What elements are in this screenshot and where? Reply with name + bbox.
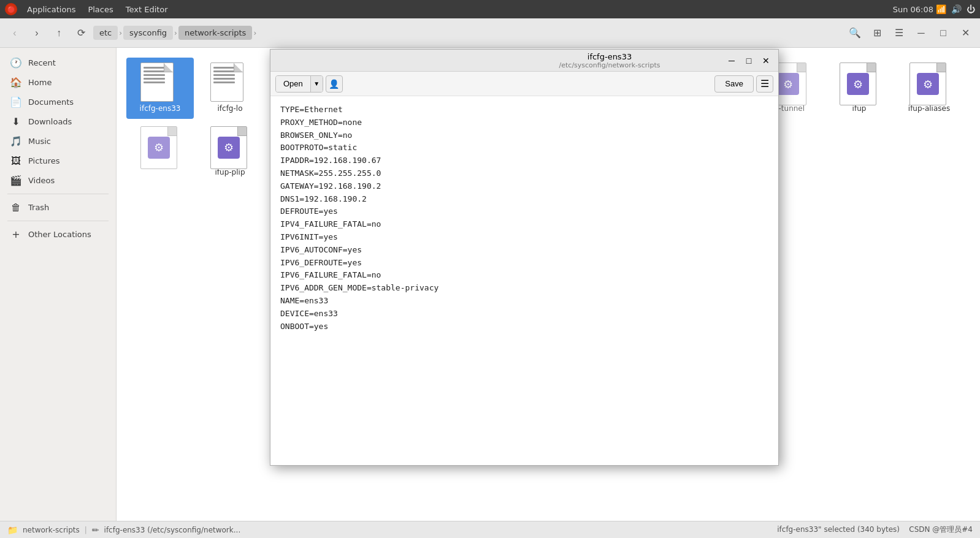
file-item-ifup[interactable]: ⚙ ifup bbox=[825, 58, 893, 119]
close-button[interactable]: ✕ bbox=[955, 23, 975, 43]
editor-wm-buttons: ─ □ ✕ bbox=[724, 53, 773, 68]
sound-icon[interactable]: 🔊 bbox=[951, 4, 962, 14]
breadcrumb-network-scripts[interactable]: network-scripts bbox=[178, 26, 252, 40]
breadcrumb-sysconfig[interactable]: sysconfig bbox=[123, 26, 173, 40]
sidebar-item-other-locations[interactable]: + Other Locations bbox=[2, 225, 113, 244]
text-editor-menu[interactable]: Text Editor bbox=[121, 4, 173, 15]
editor-title: ifcfg-ens33 /etc/sysconfig/network-scrip… bbox=[500, 52, 719, 69]
editor-content[interactable]: TYPE=Ethernet PROXY_METHOD=none BROWSER_… bbox=[270, 96, 778, 465]
editor-titlebar: ifcfg-ens33 /etc/sysconfig/network-scrip… bbox=[270, 50, 778, 72]
breadcrumb-arrow-2: › bbox=[174, 29, 177, 37]
recent-icon: 🕐 bbox=[10, 57, 22, 69]
text-editor-modal: ifcfg-ens33 /etc/sysconfig/network-scrip… bbox=[270, 49, 779, 466]
file-item-ifup-plip[interactable]: ⚙ ifup-plip bbox=[196, 121, 264, 183]
editor-save-button[interactable]: Save bbox=[714, 75, 754, 93]
sidebar-item-trash[interactable]: 🗑 Trash bbox=[2, 198, 113, 217]
sys-icons: 📶 🔊 ⏻ bbox=[936, 4, 975, 14]
editor-close-button[interactable]: ✕ bbox=[759, 53, 773, 68]
view-toggle-button[interactable]: ⊞ bbox=[867, 23, 887, 43]
applications-menu[interactable]: Applications bbox=[22, 4, 80, 15]
up-button[interactable]: ↑ bbox=[49, 23, 69, 43]
places-menu[interactable]: Places bbox=[83, 4, 118, 15]
fm-toolbar: ‹ › ↑ ⟳ etc › sysconfig › network-script… bbox=[0, 18, 980, 48]
downloads-icon: ⬇ bbox=[10, 116, 22, 127]
maximize-button[interactable]: □ bbox=[933, 23, 953, 43]
sidebar-label-music: Music bbox=[28, 137, 51, 146]
statusbar-editor-icon: ✏ bbox=[92, 525, 99, 535]
statusbar-folder-label: network-scripts bbox=[23, 526, 80, 534]
editor-open-dropdown[interactable]: ▼ bbox=[310, 76, 323, 92]
sidebar-label-videos: Videos bbox=[28, 176, 55, 185]
file-icon-ifcfg-ens33 bbox=[140, 63, 180, 102]
file-icon-ifup: ⚙ bbox=[840, 63, 879, 102]
sidebar-label-trash: Trash bbox=[28, 203, 49, 212]
editor-filepath: /etc/sysconfig/network-scripts bbox=[500, 61, 719, 69]
sidebar-label-pictures: Pictures bbox=[28, 156, 59, 165]
editor-toolbar: Open ▼ 👤 Save ☰ bbox=[270, 72, 778, 96]
fm-statusbar: 📁 network-scripts | ✏ ifcfg-ens33 (/etc/… bbox=[0, 521, 980, 538]
sidebar-label-documents: Documents bbox=[28, 97, 74, 107]
editor-minimize-button[interactable]: ─ bbox=[724, 53, 739, 68]
top-menubar: 🔴 Applications Places Text Editor Sun 06… bbox=[0, 0, 980, 18]
app-icon: 🔴 bbox=[5, 3, 17, 15]
music-icon: 🎵 bbox=[10, 135, 22, 147]
statusbar-right: ifcfg-ens33" selected (340 bytes) CSDN @… bbox=[777, 525, 973, 535]
search-button[interactable]: 🔍 bbox=[845, 23, 865, 43]
sidebar-label-downloads: Downloads bbox=[28, 117, 72, 126]
sidebar-item-documents[interactable]: 📄 Documents bbox=[2, 93, 113, 112]
breadcrumb: etc › sysconfig › network-scripts › bbox=[93, 26, 843, 40]
pictures-icon: 🖼 bbox=[10, 155, 22, 167]
file-icon-ifup-plip: ⚙ bbox=[210, 126, 250, 165]
file-item-r2[interactable]: ⚙ bbox=[126, 121, 194, 183]
other-locations-icon: + bbox=[10, 229, 22, 240]
file-item-ifcfg-lo[interactable]: ifcfg-lo bbox=[196, 58, 264, 119]
file-name-ifcfg-lo: ifcfg-lo bbox=[217, 104, 242, 114]
file-icon-ifup-aliases: ⚙ bbox=[909, 63, 949, 102]
back-button[interactable]: ‹ bbox=[5, 23, 25, 43]
file-name-ifup-plip: ifup-plip bbox=[215, 168, 245, 178]
network-icon[interactable]: 📶 bbox=[936, 4, 946, 14]
home-icon: 🏠 bbox=[10, 77, 22, 88]
sidebar-item-videos[interactable]: 🎬 Videos bbox=[2, 171, 113, 190]
statusbar-selection-info: ifcfg-ens33" selected (340 bytes) bbox=[777, 525, 900, 534]
sidebar-item-downloads[interactable]: ⬇ Downloads bbox=[2, 112, 113, 131]
sidebar-divider bbox=[7, 194, 109, 194]
editor-hamburger-button[interactable]: ☰ bbox=[756, 75, 773, 93]
sidebar-divider-2 bbox=[7, 221, 109, 221]
sidebar-item-home[interactable]: 🏠 Home bbox=[2, 73, 113, 92]
file-name-ifup: ifup bbox=[852, 104, 867, 114]
statusbar-user-info: CSDN @管理员#4 bbox=[909, 525, 973, 534]
sidebar-item-recent[interactable]: 🕐 Recent bbox=[2, 53, 113, 72]
videos-icon: 🎬 bbox=[10, 175, 22, 186]
sidebar-item-pictures[interactable]: 🖼 Pictures bbox=[2, 151, 113, 170]
editor-open-main[interactable]: Open bbox=[276, 76, 310, 92]
breadcrumb-arrow-1: › bbox=[119, 29, 122, 37]
breadcrumb-arrow-3: › bbox=[253, 29, 256, 37]
editor-maximize-button[interactable]: □ bbox=[741, 53, 756, 68]
documents-icon: 📄 bbox=[10, 96, 22, 108]
file-item-ifcfg-ens33[interactable]: ifcfg-ens33 bbox=[126, 58, 194, 119]
clock: Sun 06:08 bbox=[893, 5, 933, 14]
file-icon-ifcfg-lo bbox=[210, 63, 250, 102]
file-icon-r2: ⚙ bbox=[140, 126, 180, 165]
minimize-button[interactable]: ─ bbox=[911, 23, 931, 43]
statusbar-folder-icon: 📁 bbox=[7, 525, 18, 535]
breadcrumb-etc[interactable]: etc bbox=[93, 26, 118, 40]
sidebar-label-recent: Recent bbox=[28, 58, 56, 67]
statusbar-left: 📁 network-scripts | ✏ ifcfg-ens33 (/etc/… bbox=[7, 525, 240, 535]
editor-filename: ifcfg-ens33 bbox=[500, 52, 719, 61]
editor-user-button[interactable]: 👤 bbox=[326, 75, 343, 93]
file-name-ifup-aliases: ifup-aliases bbox=[908, 104, 950, 114]
toolbar-right: 🔍 ⊞ ☰ ─ □ ✕ bbox=[845, 23, 975, 43]
sidebar-label-home: Home bbox=[28, 78, 52, 87]
trash-icon: 🗑 bbox=[10, 202, 22, 213]
sidebar-item-music[interactable]: 🎵 Music bbox=[2, 132, 113, 151]
forward-button[interactable]: › bbox=[27, 23, 47, 43]
editor-open-button[interactable]: Open ▼ bbox=[275, 75, 323, 93]
sidebar: 🕐 Recent 🏠 Home 📄 Documents ⬇ Downloads … bbox=[0, 48, 117, 521]
file-name-ifcfg-ens33: ifcfg-ens33 bbox=[140, 104, 181, 114]
power-icon[interactable]: ⏻ bbox=[967, 4, 975, 14]
file-item-ifup-aliases[interactable]: ⚙ ifup-aliases bbox=[895, 58, 963, 119]
menu-button[interactable]: ☰ bbox=[889, 23, 909, 43]
refresh-button[interactable]: ⟳ bbox=[71, 23, 91, 43]
